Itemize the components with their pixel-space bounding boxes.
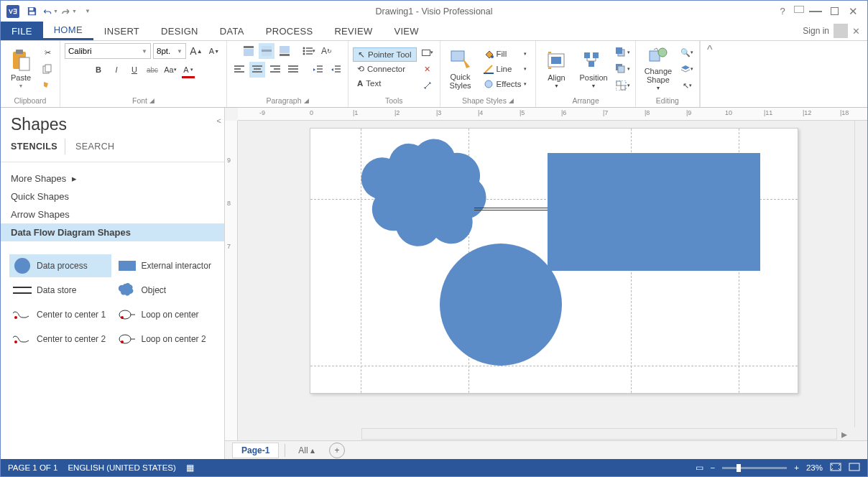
shape-data-store[interactable]: Data store bbox=[9, 279, 111, 302]
group-icon[interactable]: ▾ bbox=[615, 78, 631, 93]
line-button[interactable]: Line▾ bbox=[479, 62, 532, 76]
align-center-icon[interactable] bbox=[249, 62, 265, 78]
stencil-arrow-shapes[interactable]: Arrow Shapes bbox=[11, 205, 214, 223]
tab-insert[interactable]: INSERT bbox=[93, 22, 150, 40]
tab-data[interactable]: DATA bbox=[209, 22, 255, 40]
tab-close-icon[interactable]: ✕ bbox=[852, 26, 860, 37]
zoom-out-icon[interactable]: − bbox=[711, 463, 716, 472]
horizontal-scrollbar[interactable]: ▸ bbox=[361, 427, 851, 440]
align-middle-icon[interactable] bbox=[259, 43, 274, 59]
zoom-slider[interactable] bbox=[722, 467, 787, 469]
effects-button[interactable]: Effects▾ bbox=[479, 77, 532, 91]
redo-icon[interactable]: ▼ bbox=[61, 4, 77, 19]
macro-icon[interactable]: ▦ bbox=[186, 463, 194, 473]
tab-home[interactable]: HOME bbox=[43, 22, 93, 40]
align-button[interactable]: Align▼ bbox=[540, 45, 572, 93]
find-icon[interactable]: 🔍▾ bbox=[679, 45, 695, 60]
canvas-scroll[interactable] bbox=[238, 121, 867, 459]
format-painter-icon[interactable] bbox=[40, 78, 55, 93]
shape-center-1[interactable]: Center to center 1 bbox=[9, 303, 111, 326]
shape-loop-center-2[interactable]: Loop on center 2 bbox=[114, 328, 216, 351]
shape-loop-center[interactable]: Loop on center bbox=[114, 303, 216, 326]
vertical-scrollbar[interactable] bbox=[854, 121, 867, 427]
align-left-icon[interactable] bbox=[231, 62, 247, 78]
tab-review[interactable]: REVIEW bbox=[323, 22, 383, 40]
tab-file[interactable]: FILE bbox=[1, 22, 43, 40]
stencil-dfd-shapes[interactable]: Data Flow Diagram Shapes bbox=[1, 223, 224, 241]
full-screen-icon[interactable] bbox=[849, 463, 860, 473]
underline-button[interactable]: U bbox=[126, 62, 142, 78]
collapse-ribbon-icon[interactable]: ^ bbox=[700, 41, 719, 107]
bring-front-icon[interactable]: ▾ bbox=[615, 45, 631, 60]
circle-shape[interactable] bbox=[440, 244, 562, 366]
justify-icon[interactable] bbox=[285, 62, 301, 78]
language-indicator[interactable]: ENGLISH (UNITED STATES) bbox=[68, 463, 175, 472]
save-icon[interactable] bbox=[24, 4, 40, 19]
change-case-button[interactable]: Aa▾ bbox=[162, 62, 178, 78]
grow-font-icon[interactable]: A▲ bbox=[188, 43, 204, 59]
maximize-icon[interactable] bbox=[827, 4, 841, 19]
decrease-indent-icon[interactable] bbox=[310, 62, 326, 78]
connection-point-icon[interactable] bbox=[420, 78, 435, 93]
shape-center-2[interactable]: Center to center 2 bbox=[9, 328, 111, 351]
rectangle-tool-icon[interactable]: ▾ bbox=[420, 45, 435, 60]
change-shape-button[interactable]: Change Shape▼ bbox=[640, 45, 677, 93]
undo-icon[interactable]: ▼ bbox=[42, 4, 58, 19]
app-icon[interactable]: V∃ bbox=[5, 4, 21, 19]
strike-button[interactable]: abc bbox=[144, 62, 160, 78]
shape-external-interactor[interactable]: External interactor bbox=[114, 254, 216, 277]
tab-process[interactable]: PROCESS bbox=[255, 22, 324, 40]
font-size-combo[interactable]: 8pt.▼ bbox=[153, 43, 186, 59]
layers-icon[interactable]: ▾ bbox=[679, 61, 695, 77]
stencil-more-shapes[interactable]: More Shapes ▸ bbox=[11, 170, 214, 187]
fill-button[interactable]: Fill▾ bbox=[479, 47, 532, 61]
font-color-button[interactable]: A▾ bbox=[180, 62, 196, 78]
minimize-icon[interactable]: — bbox=[808, 4, 823, 19]
cut-icon[interactable]: ✂ bbox=[40, 45, 55, 60]
font-dialog-launcher[interactable]: ◢ bbox=[149, 97, 154, 104]
quick-styles-button[interactable]: Quick Styles bbox=[445, 45, 476, 93]
rotate-text-icon[interactable]: A↻ bbox=[319, 43, 335, 59]
close-icon[interactable]: ✕ bbox=[846, 4, 860, 19]
connector-button[interactable]: ⟲Connector bbox=[353, 62, 417, 76]
shrink-font-icon[interactable]: A▼ bbox=[206, 43, 222, 59]
page-tab-1[interactable]: Page-1 bbox=[232, 443, 279, 458]
panel-collapse-icon[interactable]: < bbox=[217, 116, 221, 125]
qat-customize-icon[interactable]: ▼ bbox=[80, 4, 96, 19]
shape-data-process[interactable]: Data process bbox=[9, 254, 111, 277]
search-tab[interactable]: SEARCH bbox=[75, 139, 122, 154]
paragraph-dialog-launcher[interactable]: ◢ bbox=[304, 97, 309, 104]
copy-icon[interactable] bbox=[40, 61, 55, 77]
shape-styles-launcher[interactable]: ◢ bbox=[509, 97, 514, 104]
shape-object[interactable]: Object bbox=[114, 279, 216, 302]
tab-view[interactable]: VIEW bbox=[383, 22, 429, 40]
zoom-level[interactable]: 23% bbox=[806, 463, 823, 472]
ribbon-display-icon[interactable] bbox=[794, 6, 804, 13]
page-tab-all[interactable]: All ▴ bbox=[291, 443, 322, 458]
drawing-page[interactable] bbox=[310, 128, 798, 394]
pointer-tool-button[interactable]: ↖Pointer Tool bbox=[353, 47, 417, 62]
zoom-in-icon[interactable]: + bbox=[794, 463, 799, 472]
help-icon[interactable]: ? bbox=[775, 4, 790, 19]
align-right-icon[interactable] bbox=[267, 62, 283, 78]
send-back-icon[interactable]: ▾ bbox=[615, 61, 631, 77]
presentation-mode-icon[interactable]: ▭ bbox=[696, 463, 703, 473]
text-tool-button[interactable]: AText bbox=[353, 76, 417, 91]
fit-page-icon[interactable] bbox=[830, 463, 841, 473]
italic-button[interactable]: I bbox=[108, 62, 124, 78]
font-name-combo[interactable]: Calibri▼ bbox=[65, 43, 151, 59]
stencils-tab[interactable]: STENCILS bbox=[11, 139, 65, 154]
stencil-quick-shapes[interactable]: Quick Shapes bbox=[11, 187, 214, 205]
bold-button[interactable]: B bbox=[91, 62, 106, 78]
cloud-shape[interactable] bbox=[354, 137, 490, 259]
delete-connect-icon[interactable]: ✕ bbox=[420, 61, 435, 77]
add-page-icon[interactable]: + bbox=[329, 443, 345, 458]
bullets-icon[interactable]: ▾ bbox=[301, 43, 317, 59]
align-top-icon[interactable] bbox=[241, 43, 257, 59]
tab-design[interactable]: DESIGN bbox=[150, 22, 209, 40]
page-indicator[interactable]: PAGE 1 OF 1 bbox=[8, 463, 57, 472]
position-button[interactable]: Position▼ bbox=[575, 45, 611, 93]
paste-button[interactable]: Paste ▼ bbox=[5, 45, 37, 93]
sign-in[interactable]: Sign in ✕ bbox=[795, 22, 867, 40]
rectangle-shape[interactable] bbox=[548, 153, 760, 271]
